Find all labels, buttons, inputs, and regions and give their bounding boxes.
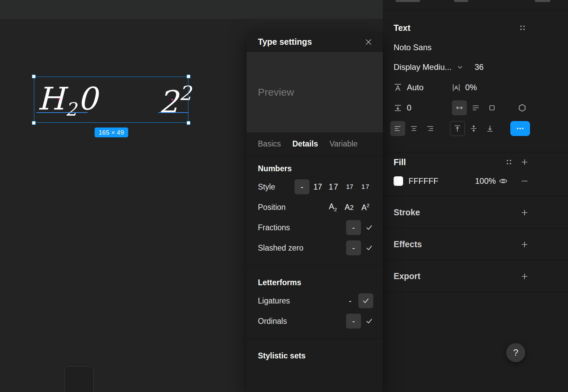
slashed-zero-row: Slashed zero - <box>247 238 383 258</box>
type-preview-area[interactable]: Preview <box>247 52 383 132</box>
add-fill-button[interactable] <box>520 158 529 166</box>
hexagon-icon <box>518 103 527 112</box>
styles-grid-icon <box>518 24 527 32</box>
ligatures-check-button[interactable] <box>358 293 373 308</box>
stylistic-sets-section-heading: Stylistic sets <box>247 339 383 364</box>
auto-width-button[interactable] <box>452 100 467 115</box>
help-icon: ? <box>513 348 518 358</box>
type-settings-panel: Type settings Preview Basics Details Var… <box>247 32 383 392</box>
section-divider <box>383 152 568 152</box>
selection-handle-top-left[interactable] <box>32 75 36 78</box>
inspector-panel: Text Noto Sans Display Mediu... 36 Auto … <box>383 0 568 392</box>
chevron-down-icon <box>457 64 463 70</box>
position-option-default[interactable]: A2 <box>341 203 357 212</box>
selection-size-badge: 165 × 49 <box>95 128 128 137</box>
align-left-button[interactable] <box>390 121 405 136</box>
fill-section-header: Fill <box>383 153 568 172</box>
clipped-toolbar-fragment <box>535 0 550 2</box>
type-settings-tabs: Basics Details Variable <box>247 132 383 156</box>
selection-handle-bottom-left[interactable] <box>32 121 36 125</box>
selection-handle-bottom-right[interactable] <box>187 121 190 125</box>
style-option-tabular[interactable]: 17 <box>326 182 341 192</box>
text-section-header: Text <box>383 18 568 38</box>
spacer <box>383 191 568 196</box>
fill-opacity-field[interactable]: 100% <box>475 176 496 186</box>
fractions-row: Fractions - <box>247 217 383 238</box>
align-right-button[interactable] <box>423 121 438 136</box>
position-row: Position A2 A2 A2 <box>247 197 383 217</box>
fractions-option-default[interactable]: - <box>346 220 361 235</box>
align-bottom-icon <box>486 124 494 133</box>
align-center-icon <box>410 124 418 133</box>
align-middle-button[interactable] <box>466 121 481 136</box>
position-default-base: A <box>345 203 350 212</box>
paragraph-spacing-field[interactable]: 0 <box>407 103 411 113</box>
clipped-toolbar-fragment <box>396 0 420 2</box>
figma-app: H20 22 165 × 49 Type settings Preview Ba… <box>0 0 568 392</box>
canvas-top-band <box>0 0 383 19</box>
add-stroke-button[interactable] <box>520 209 529 217</box>
stroke-section-title: Stroke <box>394 208 420 217</box>
fill-hex-field[interactable]: FFFFFF <box>409 176 442 186</box>
align-bottom-button[interactable] <box>482 121 497 136</box>
letter-spacing-field[interactable]: 0% <box>465 83 477 92</box>
add-export-button[interactable] <box>520 272 529 280</box>
spacer <box>383 139 568 152</box>
align-center-button[interactable] <box>406 121 421 136</box>
ligatures-option-default[interactable]: - <box>346 296 354 306</box>
style-option-default[interactable]: - <box>295 179 309 194</box>
fill-visibility-button[interactable] <box>499 177 508 185</box>
auto-height-button[interactable] <box>468 100 483 115</box>
type-settings-more-button[interactable] <box>510 121 530 136</box>
close-button[interactable] <box>363 37 374 47</box>
slashed-zero-check-button[interactable] <box>365 244 373 252</box>
clipped-bottom-toolbar <box>64 366 94 392</box>
tab-variable[interactable]: Variable <box>329 139 358 149</box>
text-section-title: Text <box>394 23 411 33</box>
font-style-chevron-button[interactable] <box>457 64 463 70</box>
font-style-row: Display Mediu... 36 <box>383 57 568 77</box>
fill-color-swatch[interactable] <box>394 176 403 186</box>
auto-height-icon <box>472 104 480 112</box>
variables-button[interactable] <box>518 103 527 112</box>
style-option-oldstyle[interactable]: 17 <box>342 183 357 191</box>
alignment-row <box>383 118 568 139</box>
position-option-subscript[interactable]: A2 <box>325 202 341 212</box>
help-button[interactable]: ? <box>506 343 525 362</box>
selection-bounding-box[interactable] <box>34 77 188 123</box>
style-option-lining[interactable]: 17 <box>310 182 325 192</box>
slashed-zero-option-default[interactable]: - <box>346 240 361 255</box>
section-divider <box>383 292 568 292</box>
check-icon <box>365 317 373 325</box>
font-style-dropdown[interactable]: Display Mediu... <box>394 62 452 72</box>
position-superscript-script: 2 <box>367 202 370 208</box>
eye-icon <box>499 177 508 185</box>
remove-fill-button[interactable] <box>520 177 529 185</box>
style-option-oldstyle-tabular[interactable]: 17 <box>358 183 373 191</box>
ordinals-check-button[interactable] <box>365 317 373 325</box>
numbers-section-heading: Numbers <box>247 156 383 177</box>
selection-handle-top-right[interactable] <box>187 75 190 78</box>
ligatures-row: Ligatures - <box>247 291 383 311</box>
position-subscript-script: 2 <box>334 207 337 212</box>
align-top-button[interactable] <box>450 121 465 136</box>
slashed-zero-label: Slashed zero <box>258 243 303 253</box>
line-height-field[interactable]: Auto <box>407 83 423 92</box>
plus-icon <box>520 209 529 217</box>
fixed-size-button[interactable] <box>485 100 499 115</box>
ordinals-option-default[interactable]: - <box>346 314 361 329</box>
fractions-check-button[interactable] <box>365 223 373 232</box>
position-option-superscript[interactable]: A2 <box>358 202 373 212</box>
font-family-value: Noto Sans <box>394 43 432 52</box>
fill-section-title: Fill <box>394 157 406 167</box>
font-size-field[interactable]: 36 <box>475 62 484 72</box>
text-styles-button[interactable] <box>518 24 527 32</box>
type-settings-header: Type settings <box>247 32 383 52</box>
font-family-field[interactable]: Noto Sans <box>383 38 568 57</box>
add-effect-button[interactable] <box>520 240 529 249</box>
tab-basics[interactable]: Basics <box>258 139 281 149</box>
line-height-icon <box>394 83 402 92</box>
fill-styles-button[interactable] <box>505 158 513 166</box>
tab-details[interactable]: Details <box>292 139 318 149</box>
ligatures-label: Ligatures <box>258 296 290 306</box>
